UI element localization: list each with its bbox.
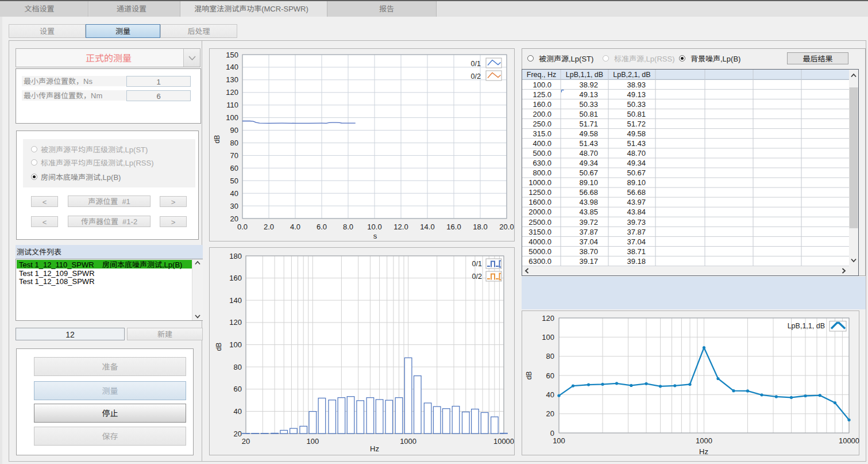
svg-text:6300.0: 6300.0 (528, 255, 551, 266)
svg-text:s: s (373, 230, 377, 241)
svg-text:60: 60 (234, 383, 242, 394)
svg-text:140: 140 (229, 294, 242, 305)
svg-text:LpB,2,1, dB: LpB,2,1, dB (613, 69, 650, 79)
svg-text:LpB,1,1, dB: LpB,1,1, dB (788, 320, 825, 331)
svg-text:100: 100 (226, 112, 238, 122)
svg-text:80: 80 (546, 350, 554, 361)
svg-text:30: 30 (230, 200, 238, 211)
svg-text:80: 80 (234, 361, 242, 372)
svg-text:dB: dB (213, 343, 223, 351)
svg-text:dB: dB (523, 371, 533, 380)
svg-text:39.18: 39.18 (627, 255, 646, 266)
svg-text:1000: 1000 (400, 435, 416, 446)
svg-text:60: 60 (230, 162, 238, 173)
svg-text:120: 120 (226, 86, 238, 97)
svg-text:16.0: 16.0 (446, 221, 461, 232)
svg-text:180: 180 (229, 250, 242, 261)
svg-text:0.0: 0.0 (237, 221, 248, 232)
svg-text:70: 70 (230, 149, 238, 160)
svg-text:40: 40 (546, 389, 554, 400)
svg-text:100: 100 (553, 435, 565, 446)
svg-text:1000: 1000 (696, 435, 712, 446)
svg-text:0/2: 0/2 (471, 70, 481, 81)
svg-text:0/2: 0/2 (472, 270, 482, 281)
svg-text:8.0: 8.0 (343, 221, 353, 232)
svg-text:60: 60 (546, 370, 554, 381)
svg-text:40: 40 (230, 187, 238, 198)
svg-text:4.0: 4.0 (290, 221, 300, 232)
svg-text:140: 140 (226, 61, 238, 72)
svg-text:120: 120 (229, 316, 242, 327)
svg-text:90: 90 (230, 124, 238, 135)
svg-text:Hz: Hz (699, 446, 708, 456)
svg-text:20: 20 (546, 408, 554, 419)
svg-text:20: 20 (242, 435, 250, 446)
svg-text:120: 120 (542, 312, 554, 323)
svg-text:0/1: 0/1 (471, 57, 481, 68)
svg-text:2.0: 2.0 (264, 221, 274, 232)
svg-text:80: 80 (230, 137, 238, 148)
svg-text:Hz: Hz (370, 443, 379, 454)
svg-text:6.0: 6.0 (317, 221, 327, 232)
svg-text:dB: dB (211, 135, 221, 144)
svg-text:12.0: 12.0 (394, 221, 408, 232)
svg-text:50: 50 (230, 175, 238, 186)
svg-text:10000: 10000 (839, 435, 859, 446)
svg-text:160: 160 (229, 272, 242, 283)
svg-text:150: 150 (226, 49, 238, 60)
svg-text:0/1: 0/1 (472, 258, 482, 269)
svg-text:39.17: 39.17 (579, 255, 598, 266)
svg-text:40: 40 (234, 405, 242, 416)
svg-text:100: 100 (542, 331, 554, 342)
svg-text:110: 110 (226, 99, 238, 110)
svg-text:20.0: 20.0 (499, 221, 514, 232)
svg-text:18.0: 18.0 (473, 221, 487, 232)
svg-text:Freq., Hz: Freq., Hz (527, 69, 556, 79)
svg-text:LpB,1,1, dB: LpB,1,1, dB (566, 69, 603, 79)
svg-text:100: 100 (306, 435, 319, 446)
svg-text:10000: 10000 (493, 435, 514, 446)
svg-text:20: 20 (234, 428, 242, 439)
svg-text:14.0: 14.0 (420, 221, 434, 232)
svg-text:130: 130 (226, 74, 238, 85)
svg-text:100: 100 (229, 339, 242, 350)
